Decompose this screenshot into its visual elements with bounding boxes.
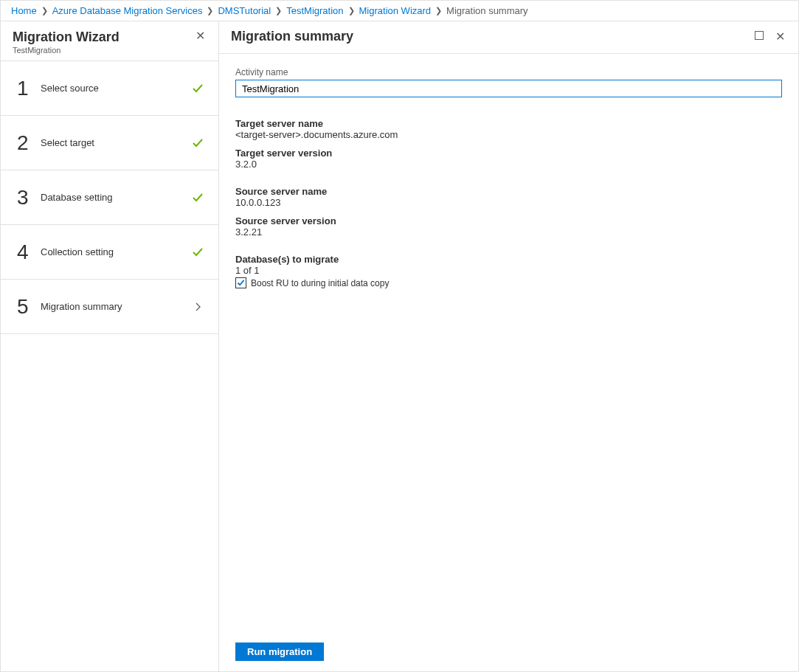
databases-label: Database(s) to migrate bbox=[235, 254, 782, 265]
step-number: 5 bbox=[17, 295, 38, 319]
wizard-sidebar: Migration Wizard TestMigration ✕ 1 Selec… bbox=[1, 21, 219, 671]
step-number: 3 bbox=[17, 186, 38, 209]
wizard-step-database-setting[interactable]: 3 Database setting bbox=[1, 170, 218, 225]
step-label: Collection setting bbox=[38, 246, 190, 257]
close-icon[interactable]: ✕ bbox=[774, 30, 786, 44]
chevron-right-icon: ❯ bbox=[275, 6, 282, 15]
checkmark-icon bbox=[190, 83, 205, 94]
wizard-step-collection-setting[interactable]: 4 Collection setting bbox=[1, 225, 218, 280]
breadcrumb-dmstutorial[interactable]: DMSTutorial bbox=[218, 5, 271, 16]
breadcrumb-migration-wizard[interactable]: Migration Wizard bbox=[359, 5, 432, 16]
content-panel: Migration summary ✕ Activity name Target… bbox=[219, 21, 798, 671]
step-number: 2 bbox=[17, 131, 38, 155]
source-server-name-label: Source server name bbox=[235, 186, 782, 197]
activity-name-input[interactable] bbox=[235, 80, 782, 97]
wizard-step-select-source[interactable]: 1 Select source bbox=[1, 61, 218, 116]
wizard-steps: 1 Select source 2 Select target 3 Databa… bbox=[1, 60, 218, 334]
source-server-name-value: 10.0.0.123 bbox=[235, 197, 782, 208]
target-server-name-value: <target-server>.documents.azure.com bbox=[235, 129, 782, 140]
chevron-right-icon: ❯ bbox=[207, 6, 213, 15]
boost-ru-checkbox[interactable] bbox=[235, 277, 246, 288]
checkmark-icon bbox=[190, 246, 205, 258]
target-server-name-label: Target server name bbox=[235, 118, 782, 129]
wizard-subtitle: TestMigration bbox=[13, 46, 120, 55]
activity-name-label: Activity name bbox=[235, 67, 782, 77]
breadcrumb: Home ❯ Azure Database Migration Services… bbox=[1, 1, 798, 21]
breadcrumb-testmigration[interactable]: TestMigration bbox=[286, 5, 343, 16]
step-label: Migration summary bbox=[38, 301, 190, 312]
step-label: Select target bbox=[38, 137, 190, 148]
breadcrumb-home[interactable]: Home bbox=[11, 5, 37, 16]
restore-window-icon[interactable] bbox=[755, 31, 764, 42]
step-label: Select source bbox=[38, 83, 190, 94]
run-migration-button[interactable]: Run migration bbox=[235, 642, 324, 661]
chevron-right-icon: ❯ bbox=[435, 6, 442, 15]
wizard-step-migration-summary[interactable]: 5 Migration summary bbox=[1, 280, 218, 334]
step-number: 4 bbox=[17, 240, 38, 264]
checkmark-icon bbox=[190, 192, 205, 204]
chevron-right-icon bbox=[190, 302, 205, 311]
breadcrumb-adms[interactable]: Azure Database Migration Services bbox=[52, 5, 203, 16]
chevron-right-icon: ❯ bbox=[348, 6, 355, 15]
boost-ru-label: Boost RU to during initial data copy bbox=[251, 278, 389, 288]
close-icon[interactable]: ✕ bbox=[194, 29, 207, 44]
step-number: 1 bbox=[17, 77, 38, 100]
chevron-right-icon: ❯ bbox=[41, 6, 48, 15]
wizard-title: Migration Wizard bbox=[13, 29, 120, 45]
source-server-version-label: Source server version bbox=[235, 215, 782, 226]
step-label: Database setting bbox=[38, 192, 190, 203]
wizard-step-select-target[interactable]: 2 Select target bbox=[1, 116, 218, 170]
checkmark-icon bbox=[190, 137, 205, 149]
target-server-version-label: Target server version bbox=[235, 148, 782, 159]
databases-value: 1 of 1 bbox=[235, 265, 782, 276]
page-title: Migration summary bbox=[231, 29, 353, 44]
source-server-version-value: 3.2.21 bbox=[235, 226, 782, 238]
breadcrumb-current: Migration summary bbox=[446, 5, 528, 16]
target-server-version-value: 3.2.0 bbox=[235, 159, 782, 170]
